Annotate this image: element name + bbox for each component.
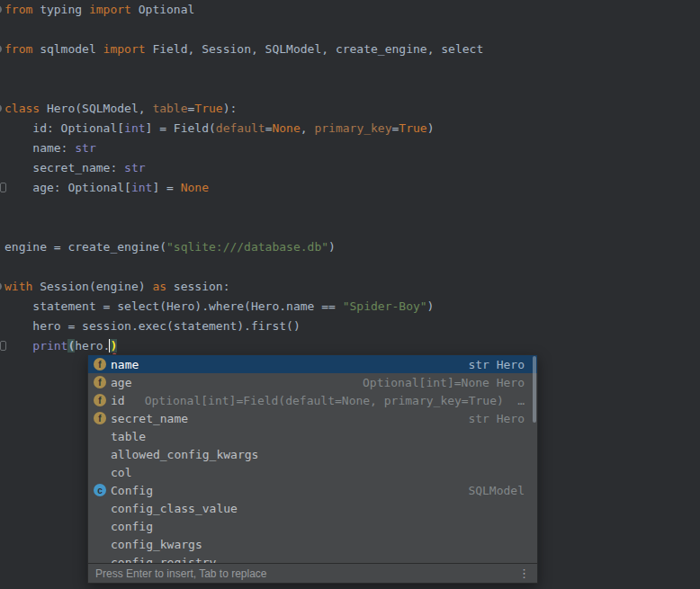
code-line[interactable]: engine = create_engine("sqlite:///databa… — [0, 237, 700, 257]
code-line[interactable]: secret_name: str — [0, 158, 700, 178]
code-line[interactable] — [0, 198, 700, 218]
code-token: None — [272, 121, 300, 135]
code-lines: from typing import Optionalfrom sqlmodel… — [0, 0, 700, 356]
completion-item-allowed_config_kwargs[interactable]: allowed_config_kwargs — [88, 445, 537, 463]
code-token: "Spider-Boy" — [343, 299, 427, 313]
completion-item-config_registry[interactable]: config_registry — [88, 553, 537, 563]
completion-item-col[interactable]: col — [88, 463, 537, 481]
no-icon — [94, 538, 106, 550]
code-token: sqlmodel — [32, 42, 103, 56]
code-token: int — [131, 181, 152, 194]
code-line[interactable]: with Session(engine) as session: — [0, 277, 700, 297]
code-token: str — [75, 141, 95, 155]
field-icon: f — [94, 376, 106, 388]
field-icon: f — [94, 358, 106, 370]
code-token: int — [124, 121, 145, 135]
completion-item-label: name — [111, 358, 139, 371]
code-token: ] = — [152, 181, 180, 194]
field-icon: f — [94, 412, 106, 424]
kebab-menu-icon[interactable] — [518, 567, 530, 579]
code-token: id: Optional[ — [4, 121, 124, 135]
code-token: import — [89, 3, 131, 16]
code-line[interactable] — [0, 79, 700, 99]
code-token: default — [216, 121, 265, 135]
code-token: from — [4, 3, 32, 16]
code-token: as — [152, 280, 166, 293]
code-token: age: Optional[ — [4, 181, 131, 194]
code-line[interactable]: hero = session.exec(statement).first() — [0, 317, 700, 336]
code-token: session: — [166, 280, 229, 293]
completion-item-age[interactable]: fageOptional[int]=None Hero — [88, 373, 537, 391]
completion-item-id[interactable]: fidOptional[int]=Field(default=None, pri… — [88, 391, 537, 409]
no-icon — [94, 448, 106, 460]
code-token: with — [4, 280, 32, 293]
completion-item-label: secret_name — [111, 412, 188, 425]
gutter-icon[interactable] — [0, 341, 6, 351]
completion-item-type: str Hero — [468, 412, 525, 425]
code-line[interactable]: statement = select(Hero).where(Hero.name… — [0, 297, 700, 317]
popup-scrollbar[interactable] — [533, 356, 536, 423]
completion-item-signature: Optional[int]=Field(default=None, primar… — [145, 394, 504, 407]
code-token — [4, 339, 32, 353]
gutter-icon[interactable] — [0, 104, 2, 112]
code-token: hero. — [75, 339, 110, 353]
code-token: Optional — [131, 3, 194, 16]
code-token: True — [194, 102, 222, 115]
completion-item-label: config — [111, 520, 153, 533]
completion-hint: Press Enter to insert, Tab to replace — [95, 567, 267, 580]
completion-item-label: config_kwargs — [111, 538, 202, 551]
code-token: ): — [223, 102, 238, 115]
no-icon — [94, 466, 106, 478]
completion-item-type: SQLModel — [468, 484, 525, 497]
code-token: Field, Session, SQLModel, create_engine,… — [146, 42, 484, 56]
code-token: primary_key — [314, 121, 391, 135]
gutter-icon[interactable] — [0, 5, 2, 13]
code-token: ) — [427, 299, 435, 313]
no-icon — [94, 520, 106, 532]
completion-item-table[interactable]: table — [88, 427, 537, 445]
code-token: ) — [328, 240, 336, 254]
code-line[interactable]: age: Optional[int] = None — [0, 178, 700, 198]
code-token: hero = session.exec(statement).first() — [4, 319, 301, 333]
code-line[interactable] — [0, 20, 700, 40]
completion-item-type: str Hero — [468, 358, 525, 371]
code-token: ] = Field( — [146, 121, 216, 135]
code-line[interactable]: class Hero(SQLModel, table=True): — [0, 99, 700, 119]
code-line[interactable]: name: str — [0, 138, 700, 158]
code-token: ) — [110, 339, 117, 353]
completion-item-Config[interactable]: cConfigSQLModel — [88, 481, 537, 499]
completion-item-label: col — [111, 466, 131, 479]
code-token: secret_name: — [4, 161, 124, 174]
gutter-icon[interactable] — [0, 183, 6, 192]
completion-item-name[interactable]: fnamestr Hero — [88, 355, 537, 373]
no-icon — [94, 430, 106, 442]
code-token: Hero(SQLModel, — [40, 102, 152, 115]
code-token: "sqlite:///database.db" — [166, 240, 328, 254]
code-line[interactable] — [0, 218, 700, 237]
completion-item-label: allowed_config_kwargs — [111, 448, 258, 461]
code-token: str — [124, 161, 145, 174]
code-line[interactable] — [0, 257, 700, 277]
code-token: from — [4, 42, 32, 56]
code-line[interactable]: from sqlmodel import Field, Session, SQL… — [0, 40, 700, 59]
completion-item-config[interactable]: config — [88, 517, 537, 535]
no-icon — [94, 502, 106, 514]
completion-item-secret_name[interactable]: fsecret_namestr Hero — [88, 409, 537, 427]
completion-item-config_kwargs[interactable]: config_kwargs — [88, 535, 537, 553]
completion-item-type: Optional[int]=None Hero — [363, 376, 525, 389]
code-token: Session(engine) — [32, 280, 152, 293]
code-line[interactable]: from typing import Optional — [0, 0, 700, 20]
gutter-icon[interactable] — [0, 282, 2, 290]
completion-footer: Press Enter to insert, Tab to replace — [88, 563, 537, 583]
code-token: table — [152, 102, 187, 115]
field-icon: f — [94, 394, 106, 406]
completion-item-label: age — [111, 376, 131, 389]
code-line[interactable]: id: Optional[int] = Field(default=None, … — [0, 119, 700, 138]
no-icon — [94, 556, 106, 563]
completion-item-label: id — [111, 394, 125, 407]
completion-item-config_class_value[interactable]: config_class_value — [88, 499, 537, 517]
code-line[interactable]: print(hero.) — [0, 336, 700, 356]
code-line[interactable] — [0, 59, 700, 79]
code-token: statement = select(Hero).where(Hero.name… — [4, 299, 343, 313]
gutter-icon[interactable] — [0, 45, 2, 53]
